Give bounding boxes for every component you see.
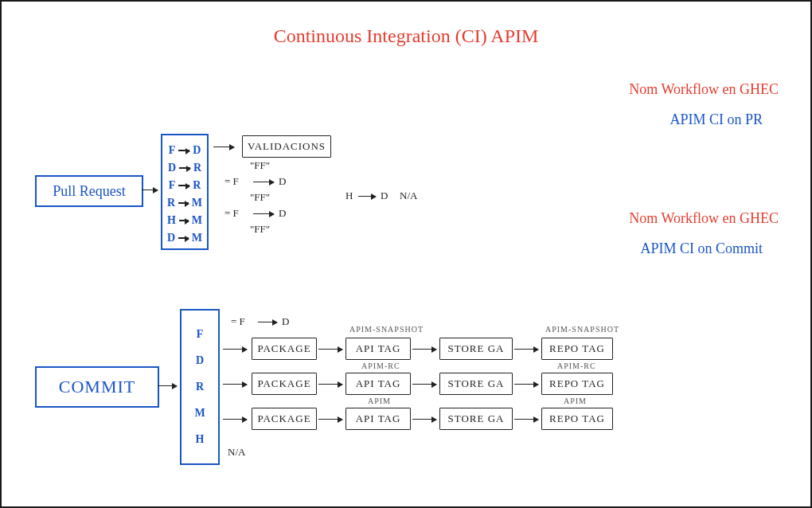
arrow-icon [158,385,177,386]
arrow-icon [258,322,277,322]
arrow-icon [514,384,538,385]
arrow-icon [318,384,342,385]
transition-row: DR [167,159,202,177]
pull-request-box: Pull Request [35,175,143,207]
arrow-icon [179,167,190,169]
page-title: Continuous Integration (CI) APIM [2,25,810,47]
apitag-box: API TAG [345,408,411,430]
repotag-caption: APIM [564,397,587,405]
commit-letter: M [194,407,205,420]
arrow-icon [179,220,189,221]
arrow-icon [213,147,234,147]
arrow-icon [412,349,436,350]
eq-note: = F [224,207,239,220]
arrow-icon [178,202,189,204]
arrow-icon [178,150,189,151]
d-note: D [279,175,286,188]
commit-letters-column: F D R M H [180,309,220,465]
ff-note: "FF" [250,223,270,236]
d-note: D [381,190,388,202]
ff-note: "FF" [250,191,270,204]
arrow-icon [412,384,436,385]
commit-box: COMMIT [35,366,159,408]
repotag-box: REPO TAG [541,338,613,360]
side-pr-label: Nom Workflow en GHEC [629,81,779,98]
arrow-icon [223,349,247,350]
arrow-icon [514,349,538,350]
package-box: PACKAGE [252,338,317,360]
ff-note: "FF" [250,159,270,172]
repotag-box: REPO TAG [541,373,613,395]
transition-row: RM [167,194,202,212]
repotag-box: REPO TAG [541,408,613,430]
arrow-icon [253,213,274,214]
arrow-icon [178,237,189,239]
transition-row: DM [167,229,202,247]
commit-letter: H [196,433,205,446]
transition-row: FR [167,177,202,194]
arrow-icon [223,419,247,420]
arrow-icon [412,419,436,420]
storega-box: STORE GA [439,373,513,395]
side-commit-label: Nom Workflow en GHEC [629,210,779,227]
apitag-box: API TAG [345,338,411,360]
side-commit-value: APIM CI on Commit [640,240,763,257]
arrow-icon [358,196,376,197]
package-box: PACKAGE [252,373,317,395]
d-note: D [282,315,289,328]
commit-letter: D [196,354,204,367]
eq-note: = F [231,315,245,328]
apitag-caption: APIM [368,397,391,405]
arrow-icon [514,419,538,420]
repotag-caption: APIM-RC [557,361,596,370]
arrow-icon [142,190,158,190]
commit-letter: R [196,381,204,393]
transition-row: HM [167,212,202,229]
storega-box: STORE GA [439,408,513,430]
side-pr-value: APIM CI on PR [670,111,763,128]
eq-note: = F [224,175,239,188]
commit-letter: F [197,328,204,341]
d-note: D [279,207,286,220]
arrow-icon [223,384,247,385]
arrow-icon [178,185,189,186]
repotag-caption: APIM-SNAPSHOT [545,325,619,334]
storega-box: STORE GA [439,338,513,360]
na-note: N/A [400,190,417,202]
apitag-caption: APIM-SNAPSHOT [349,325,424,334]
apitag-caption: APIM-RC [361,361,400,370]
pr-transitions-column: FD DR FR RM HM DM [161,134,209,250]
arrow-icon [253,182,274,182]
validations-box: VALIDACIONS [242,135,331,158]
na-note: N/A [228,446,245,459]
transition-row: FD [167,142,202,159]
arrow-icon [318,419,342,420]
arrow-icon [318,349,342,350]
apitag-box: API TAG [345,373,411,395]
package-box: PACKAGE [252,408,317,430]
h-note: H [345,190,353,202]
